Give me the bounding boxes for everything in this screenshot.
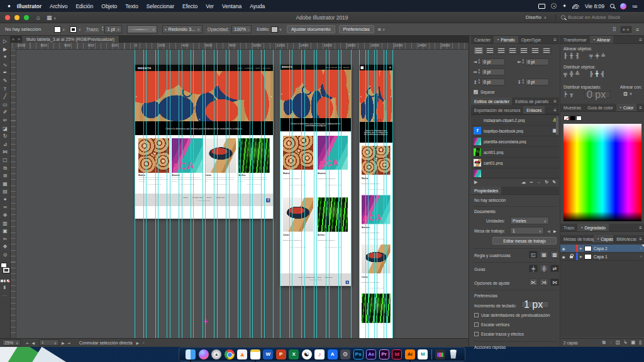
product-link[interactable]: Haz clic para conocer más xyxy=(283,184,313,186)
horizontal-spacing-icon[interactable]: ╥ xyxy=(570,91,574,97)
menu-illustrator[interactable]: Illustrator xyxy=(17,3,42,9)
guide[interactable] xyxy=(143,50,144,338)
siri-icon[interactable] xyxy=(620,3,626,9)
right-indent-stepper[interactable]: ˄˅ xyxy=(522,60,524,64)
dock-trash[interactable] xyxy=(448,349,459,360)
column-graph-tool[interactable]: ▥ xyxy=(1,220,10,228)
last-artboard-icon[interactable]: ⇥ xyxy=(67,341,70,345)
opacity-label[interactable]: Opacidad: xyxy=(208,26,229,32)
dock-vlc[interactable]: ▲ xyxy=(236,349,248,360)
edit-original-icon[interactable]: ✎ xyxy=(552,180,556,185)
color-button[interactable] xyxy=(1,280,3,282)
dock-notes[interactable] xyxy=(250,349,261,360)
align-right-paragraph-button[interactable] xyxy=(496,47,506,55)
pen-tool[interactable]: ✒ xyxy=(1,69,10,77)
go-to-link-icon[interactable]: → xyxy=(536,180,541,185)
menu-edición[interactable]: Edición xyxy=(75,3,93,9)
menubar-clock[interactable]: Vie 8:09 xyxy=(585,3,604,9)
close-document-icon[interactable]: × xyxy=(12,37,14,41)
show-grid-icon[interactable]: ▦ xyxy=(540,251,548,258)
dock-music[interactable]: ♪ xyxy=(314,349,325,360)
guide[interactable] xyxy=(191,50,191,338)
lock-guides-icon[interactable]: ╬ xyxy=(540,265,548,272)
dock-settings[interactable]: ⚙ xyxy=(340,349,351,360)
shape-builder-tool[interactable]: ⧉ xyxy=(1,165,10,173)
tab-estilos-parrafo[interactable]: Estilos de párrafo xyxy=(512,97,551,105)
zoom-tool[interactable]: ⊙ xyxy=(1,251,10,260)
brush-definition-dropdown[interactable]: •Redondo 3...∨ xyxy=(162,25,202,33)
blend-tool[interactable]: ∞ xyxy=(1,204,10,212)
guide[interactable] xyxy=(193,50,194,338)
scale-corners-checkbox[interactable] xyxy=(474,322,479,327)
panel-menu-icon[interactable]: ≡ xyxy=(636,36,644,43)
menu-ventana[interactable]: Ventana xyxy=(222,3,242,9)
footer-nav-link[interactable]: CONTACTO xyxy=(324,277,332,278)
tab-trazo[interactable]: Trazo xyxy=(560,224,577,231)
show-rulers-icon[interactable]: ◱ xyxy=(529,251,538,258)
link-row[interactable]: cart01.png xyxy=(471,158,559,168)
touch-workspace-icon[interactable]: ⠿ xyxy=(613,26,617,33)
align-h-center-icon[interactable]: ╫ xyxy=(570,53,574,58)
expand-row-icon[interactable]: ▶ xyxy=(474,180,477,185)
guide[interactable] xyxy=(226,50,226,338)
layer-name[interactable]: Capa 2 xyxy=(594,246,608,251)
dock-appstore[interactable]: A xyxy=(327,349,338,360)
panel-menu-icon[interactable]: ≡ xyxy=(636,224,644,231)
gradient-tool[interactable]: ▤ xyxy=(1,188,10,196)
lasso-tool[interactable]: ∿ xyxy=(1,62,10,70)
curvature-tool[interactable]: ✎ xyxy=(1,77,10,85)
expand-layer-icon[interactable]: ▶ xyxy=(580,255,582,258)
carousel-prev-icon[interactable]: ‹ xyxy=(360,94,362,98)
guide[interactable] xyxy=(374,50,375,338)
prev-artboard-icon[interactable]: ◀ xyxy=(31,341,35,345)
links-scrollbar[interactable] xyxy=(556,116,558,135)
notification-center-icon[interactable]: ≔ xyxy=(632,3,638,9)
justify-left-button[interactable] xyxy=(508,47,518,55)
align-center-paragraph-button[interactable] xyxy=(485,47,495,55)
vertical-spacing-icon[interactable]: ╞ xyxy=(564,91,567,97)
guide[interactable] xyxy=(250,50,250,338)
apple-menu-icon[interactable]: ● xyxy=(8,3,11,9)
shaper-tool[interactable]: ✏ xyxy=(1,117,10,125)
panel-menu-icon[interactable]: ≡ xyxy=(636,235,644,243)
first-line-indent-input[interactable]: 0 pt xyxy=(481,69,505,75)
tab-exportacion[interactable]: Exportación de recursos xyxy=(471,106,523,114)
guide[interactable] xyxy=(280,50,280,338)
next-artboard-icon[interactable]: ▶ xyxy=(553,229,557,233)
justify-right-button[interactable] xyxy=(530,47,540,55)
tab-parrafo[interactable]: Párrafo xyxy=(494,36,518,43)
link-row[interactable]: plantilla-secundaria.png xyxy=(471,136,559,147)
stroke-color-swatch[interactable] xyxy=(70,26,77,33)
space-after-stepper[interactable]: ˄˅ xyxy=(522,80,524,84)
fill-indicator[interactable] xyxy=(1,263,7,268)
hyphenate-checkbox[interactable]: ✓ xyxy=(474,90,478,94)
guide[interactable] xyxy=(292,50,292,338)
guide[interactable] xyxy=(238,50,238,338)
guide[interactable] xyxy=(341,50,341,338)
guide[interactable] xyxy=(289,50,290,338)
color-mode-buttons[interactable] xyxy=(1,280,9,282)
dock-shazam[interactable]: ☯ xyxy=(301,349,313,360)
product-link[interactable]: Haz clic para conocer más xyxy=(172,183,203,185)
dock-photoshop[interactable]: Ps xyxy=(353,349,364,360)
show-guides-icon[interactable]: ╪ xyxy=(529,265,538,272)
line-tool[interactable]: ╱ xyxy=(1,93,10,101)
artboard-2[interactable]: WEBSITE INICIOMATERIALESBLOGCONTACTO ‹ ›… xyxy=(280,65,351,286)
space-before-input[interactable]: 0 pt xyxy=(481,79,505,85)
first-line-stepper[interactable]: ˄˅ xyxy=(478,70,480,74)
none-swatch[interactable] xyxy=(564,116,569,121)
selection-tool[interactable]: ▷ xyxy=(1,38,10,46)
link-row[interactable]: instagram-clipart-2.png⚠ xyxy=(471,115,559,126)
variable-width-profile-dropdown[interactable]: ∨ xyxy=(127,25,157,33)
scale-strokes-checkbox[interactable] xyxy=(474,332,479,336)
guide[interactable] xyxy=(365,50,366,338)
distribute-left-icon[interactable]: ╠ xyxy=(589,71,593,77)
guide[interactable] xyxy=(326,50,326,338)
carousel-prev-icon[interactable]: ‹ xyxy=(136,94,137,98)
edit-artboards-button[interactable]: Editar mesas de trabajo xyxy=(492,237,557,244)
color-spectrum[interactable] xyxy=(564,124,641,221)
guide[interactable] xyxy=(392,50,393,338)
snap-to-grid-icon[interactable]: ⋉ xyxy=(529,278,538,286)
hamburger-menu-icon[interactable]: ≡ xyxy=(389,66,391,69)
workspace-switcher[interactable]: Diseño∨ xyxy=(526,14,547,20)
